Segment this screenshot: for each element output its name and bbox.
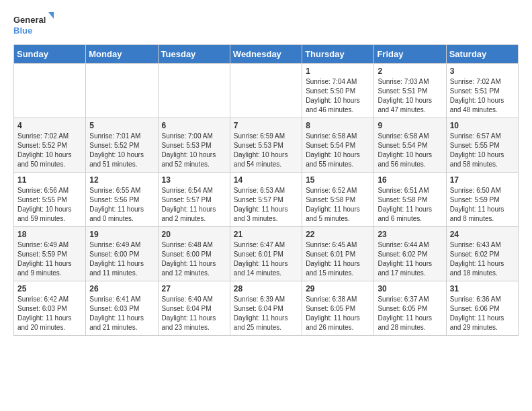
day-number: 1 — [306, 66, 370, 76]
day-info: Sunrise: 7:02 AM Sunset: 5:51 PM Dayligh… — [450, 77, 515, 115]
day-number: 28 — [234, 284, 298, 293]
calendar-cell: 16Sunrise: 6:51 AM Sunset: 5:58 PM Dayli… — [374, 173, 446, 227]
calendar-cell: 10Sunrise: 6:57 AM Sunset: 5:55 PM Dayli… — [446, 118, 518, 173]
calendar-cell: 25Sunrise: 6:42 AM Sunset: 6:03 PM Dayli… — [14, 281, 86, 336]
day-number: 12 — [89, 175, 154, 185]
svg-text:Blue: Blue — [13, 26, 32, 36]
calendar-body: 1Sunrise: 7:04 AM Sunset: 5:50 PM Daylig… — [14, 64, 519, 336]
day-number: 30 — [378, 284, 442, 293]
day-number: 20 — [162, 230, 226, 239]
day-info: Sunrise: 6:53 AM Sunset: 5:57 PM Dayligh… — [234, 186, 298, 224]
day-info: Sunrise: 6:51 AM Sunset: 5:58 PM Dayligh… — [378, 186, 442, 224]
calendar-cell: 13Sunrise: 6:54 AM Sunset: 5:57 PM Dayli… — [158, 173, 230, 227]
day-number: 25 — [17, 284, 82, 293]
day-number: 10 — [450, 121, 515, 130]
calendar-cell: 22Sunrise: 6:45 AM Sunset: 6:01 PM Dayli… — [302, 227, 374, 281]
day-number: 19 — [89, 230, 154, 239]
day-info: Sunrise: 6:48 AM Sunset: 6:00 PM Dayligh… — [162, 240, 226, 278]
day-number: 29 — [306, 284, 370, 293]
logo-svg: General Blue — [13, 11, 54, 38]
day-number: 5 — [89, 121, 154, 130]
day-info: Sunrise: 6:49 AM Sunset: 5:59 PM Dayligh… — [17, 240, 82, 278]
day-info: Sunrise: 6:59 AM Sunset: 5:53 PM Dayligh… — [234, 132, 298, 169]
day-number: 16 — [378, 175, 442, 185]
calendar-cell: 14Sunrise: 6:53 AM Sunset: 5:57 PM Dayli… — [230, 173, 302, 227]
day-number: 27 — [162, 284, 226, 293]
day-number: 6 — [162, 121, 226, 130]
day-info: Sunrise: 6:43 AM Sunset: 6:02 PM Dayligh… — [450, 240, 515, 278]
day-info: Sunrise: 6:55 AM Sunset: 5:56 PM Dayligh… — [89, 186, 154, 224]
day-info: Sunrise: 6:47 AM Sunset: 6:01 PM Dayligh… — [234, 240, 298, 278]
day-info: Sunrise: 6:41 AM Sunset: 6:03 PM Dayligh… — [89, 295, 154, 332]
header-cell-thursday: Thursday — [302, 45, 374, 64]
calendar-cell: 2Sunrise: 7:03 AM Sunset: 5:51 PM Daylig… — [374, 64, 446, 118]
calendar-cell: 8Sunrise: 6:58 AM Sunset: 5:54 PM Daylig… — [302, 118, 374, 173]
day-info: Sunrise: 6:44 AM Sunset: 6:02 PM Dayligh… — [378, 240, 442, 278]
day-number: 14 — [234, 175, 298, 185]
calendar-cell: 18Sunrise: 6:49 AM Sunset: 5:59 PM Dayli… — [14, 227, 86, 281]
day-info: Sunrise: 6:50 AM Sunset: 5:59 PM Dayligh… — [450, 186, 515, 224]
day-info: Sunrise: 7:02 AM Sunset: 5:52 PM Dayligh… — [17, 132, 82, 169]
week-row-0: 1Sunrise: 7:04 AM Sunset: 5:50 PM Daylig… — [14, 64, 519, 118]
day-number: 3 — [450, 66, 515, 76]
day-info: Sunrise: 6:52 AM Sunset: 5:58 PM Dayligh… — [306, 186, 370, 224]
calendar-cell — [14, 64, 86, 118]
day-info: Sunrise: 6:54 AM Sunset: 5:57 PM Dayligh… — [162, 186, 226, 224]
day-number: 21 — [234, 230, 298, 239]
day-info: Sunrise: 6:49 AM Sunset: 6:00 PM Dayligh… — [89, 240, 154, 278]
day-number: 2 — [378, 66, 442, 76]
day-info: Sunrise: 6:39 AM Sunset: 6:04 PM Dayligh… — [234, 295, 298, 332]
day-number: 4 — [17, 121, 82, 130]
logo: General Blue — [13, 11, 54, 38]
day-info: Sunrise: 6:58 AM Sunset: 5:54 PM Dayligh… — [306, 132, 370, 169]
day-info: Sunrise: 6:38 AM Sunset: 6:05 PM Dayligh… — [306, 295, 370, 332]
day-info: Sunrise: 6:57 AM Sunset: 5:55 PM Dayligh… — [450, 132, 515, 169]
day-info: Sunrise: 6:56 AM Sunset: 5:55 PM Dayligh… — [17, 186, 82, 224]
calendar-cell — [230, 64, 302, 118]
week-row-1: 4Sunrise: 7:02 AM Sunset: 5:52 PM Daylig… — [14, 118, 519, 173]
calendar-cell: 19Sunrise: 6:49 AM Sunset: 6:00 PM Dayli… — [86, 227, 158, 281]
day-number: 7 — [234, 121, 298, 130]
day-number: 11 — [17, 175, 82, 185]
day-number: 13 — [162, 175, 226, 185]
header-cell-sunday: Sunday — [14, 45, 86, 64]
week-row-2: 11Sunrise: 6:56 AM Sunset: 5:55 PM Dayli… — [14, 173, 519, 227]
day-info: Sunrise: 6:37 AM Sunset: 6:05 PM Dayligh… — [378, 295, 442, 332]
day-info: Sunrise: 6:36 AM Sunset: 6:06 PM Dayligh… — [450, 295, 515, 332]
svg-text:General: General — [13, 15, 46, 25]
calendar-cell: 9Sunrise: 6:58 AM Sunset: 5:54 PM Daylig… — [374, 118, 446, 173]
day-info: Sunrise: 7:00 AM Sunset: 5:53 PM Dayligh… — [162, 132, 226, 169]
header-cell-wednesday: Wednesday — [230, 45, 302, 64]
day-number: 17 — [450, 175, 515, 185]
day-info: Sunrise: 6:42 AM Sunset: 6:03 PM Dayligh… — [17, 295, 82, 332]
header-row: SundayMondayTuesdayWednesdayThursdayFrid… — [14, 45, 519, 64]
header-cell-saturday: Saturday — [446, 45, 518, 64]
calendar-cell: 7Sunrise: 6:59 AM Sunset: 5:53 PM Daylig… — [230, 118, 302, 173]
calendar-cell: 17Sunrise: 6:50 AM Sunset: 5:59 PM Dayli… — [446, 173, 518, 227]
calendar-cell: 21Sunrise: 6:47 AM Sunset: 6:01 PM Dayli… — [230, 227, 302, 281]
calendar-cell — [158, 64, 230, 118]
day-number: 24 — [450, 230, 515, 239]
day-number: 31 — [450, 284, 515, 293]
header-cell-friday: Friday — [374, 45, 446, 64]
calendar-cell: 27Sunrise: 6:40 AM Sunset: 6:04 PM Dayli… — [158, 281, 230, 336]
calendar-table: SundayMondayTuesdayWednesdayThursdayFrid… — [13, 44, 519, 336]
day-info: Sunrise: 6:58 AM Sunset: 5:54 PM Dayligh… — [378, 132, 442, 169]
calendar-cell: 26Sunrise: 6:41 AM Sunset: 6:03 PM Dayli… — [86, 281, 158, 336]
calendar-cell: 23Sunrise: 6:44 AM Sunset: 6:02 PM Dayli… — [374, 227, 446, 281]
day-number: 26 — [89, 284, 154, 293]
calendar-cell: 6Sunrise: 7:00 AM Sunset: 5:53 PM Daylig… — [158, 118, 230, 173]
day-info: Sunrise: 7:01 AM Sunset: 5:52 PM Dayligh… — [89, 132, 154, 169]
calendar-cell: 28Sunrise: 6:39 AM Sunset: 6:04 PM Dayli… — [230, 281, 302, 336]
calendar-cell: 15Sunrise: 6:52 AM Sunset: 5:58 PM Dayli… — [302, 173, 374, 227]
calendar-cell: 12Sunrise: 6:55 AM Sunset: 5:56 PM Dayli… — [86, 173, 158, 227]
calendar-cell: 11Sunrise: 6:56 AM Sunset: 5:55 PM Dayli… — [14, 173, 86, 227]
header-cell-tuesday: Tuesday — [158, 45, 230, 64]
day-info: Sunrise: 6:45 AM Sunset: 6:01 PM Dayligh… — [306, 240, 370, 278]
calendar-cell: 30Sunrise: 6:37 AM Sunset: 6:05 PM Dayli… — [374, 281, 446, 336]
calendar-cell — [86, 64, 158, 118]
calendar-cell: 20Sunrise: 6:48 AM Sunset: 6:00 PM Dayli… — [158, 227, 230, 281]
day-number: 18 — [17, 230, 82, 239]
calendar-cell: 1Sunrise: 7:04 AM Sunset: 5:50 PM Daylig… — [302, 64, 374, 118]
day-number: 23 — [378, 230, 442, 239]
